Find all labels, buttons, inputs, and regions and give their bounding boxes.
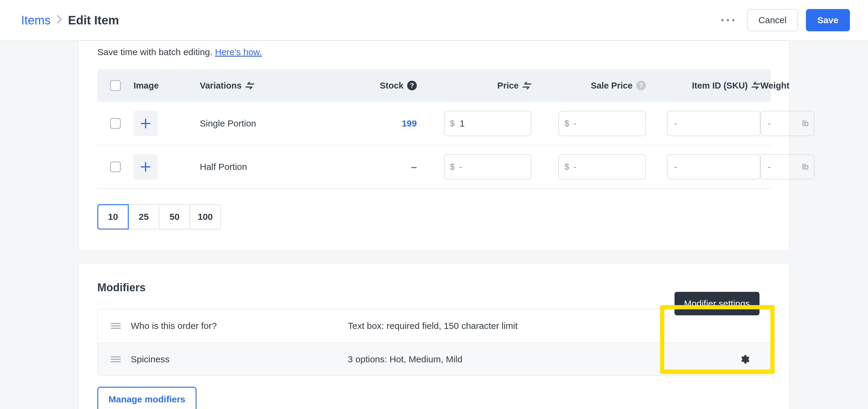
stock-value[interactable]: 199	[402, 118, 417, 129]
cancel-button[interactable]: Cancel	[747, 9, 798, 31]
page-size-option[interactable]: 50	[159, 204, 190, 230]
sku-input[interactable]: -	[667, 111, 761, 136]
breadcrumb-root[interactable]: Items	[21, 13, 51, 27]
drag-handle-icon[interactable]	[101, 322, 131, 330]
page-title: Edit Item	[68, 13, 119, 27]
add-image-button[interactable]	[133, 111, 158, 136]
manage-modifiers-button[interactable]: Manage modifiers	[97, 387, 196, 409]
modifier-settings-tooltip: Modifier settings	[675, 292, 760, 315]
row-checkbox[interactable]	[110, 162, 121, 172]
add-image-button[interactable]	[133, 154, 158, 179]
price-input[interactable]: $ -	[444, 154, 531, 179]
column-stock: Stock ?	[327, 81, 417, 91]
column-image: Image	[133, 81, 200, 91]
variation-row: Single Portion 199 $ $ -	[97, 102, 771, 145]
modifier-row: Who is this order for? Text box: require…	[98, 309, 770, 342]
swap-icon	[522, 81, 531, 90]
help-icon[interactable]: ?	[636, 81, 646, 90]
variations-table-header: Image Variations Stock ? Price	[97, 69, 771, 102]
modifiers-title: Modifiers	[97, 281, 771, 294]
modifier-name: Who is this order for?	[131, 321, 348, 331]
row-checkbox[interactable]	[110, 118, 121, 129]
page-size-option[interactable]: 25	[128, 204, 159, 230]
weight-input[interactable]: - lb	[761, 154, 815, 179]
save-button[interactable]: Save	[806, 9, 850, 31]
column-weight: Weight	[761, 81, 815, 91]
modifier-row: Spiciness 3 options: Hot, Medium, Mild	[98, 342, 770, 376]
column-sale-price: Sale Price ?	[531, 81, 646, 91]
more-actions-button[interactable]	[716, 16, 739, 24]
modifier-name: Spiciness	[131, 354, 348, 365]
variation-row: Half Portion – $ - $ -	[97, 145, 771, 189]
batch-edit-hint-link[interactable]: Here's how.	[215, 47, 262, 57]
page-size-selector: 10 25 50 100	[97, 204, 771, 230]
sku-input[interactable]: -	[667, 154, 761, 179]
modifier-desc: Text box: required field, 150 character …	[348, 321, 719, 331]
sale-price-input[interactable]: $ -	[558, 111, 646, 136]
modifiers-card: Modifiers Who is this order for? Text bo…	[79, 263, 789, 409]
drag-handle-icon[interactable]	[101, 356, 131, 363]
select-all-checkbox[interactable]	[110, 80, 121, 91]
variation-name[interactable]: Single Portion	[200, 118, 327, 129]
swap-icon	[751, 81, 761, 90]
swap-icon	[245, 81, 254, 90]
column-variations[interactable]: Variations	[200, 81, 327, 91]
page-size-option[interactable]: 10	[97, 204, 129, 230]
batch-edit-hint: Save time with batch editing. Here's how…	[79, 41, 789, 69]
help-icon[interactable]: ?	[407, 81, 417, 90]
modifier-desc: 3 options: Hot, Medium, Mild	[348, 354, 719, 365]
stock-value[interactable]: –	[411, 161, 417, 173]
weight-input[interactable]: - lb	[761, 111, 815, 136]
modifiers-list: Who is this order for? Text box: require…	[97, 309, 771, 376]
variation-name[interactable]: Half Portion	[200, 162, 327, 172]
sale-price-input[interactable]: $ -	[558, 154, 646, 179]
column-price[interactable]: Price	[417, 81, 531, 91]
batch-edit-hint-text: Save time with batch editing.	[97, 47, 215, 57]
price-input[interactable]: $	[444, 111, 531, 136]
column-sku[interactable]: Item ID (SKU)	[646, 81, 761, 91]
page-size-option[interactable]: 100	[190, 204, 221, 230]
modifier-settings-button[interactable]	[719, 343, 770, 376]
variations-card: Save time with batch editing. Here's how…	[79, 41, 789, 251]
chevron-right-icon	[57, 15, 62, 26]
